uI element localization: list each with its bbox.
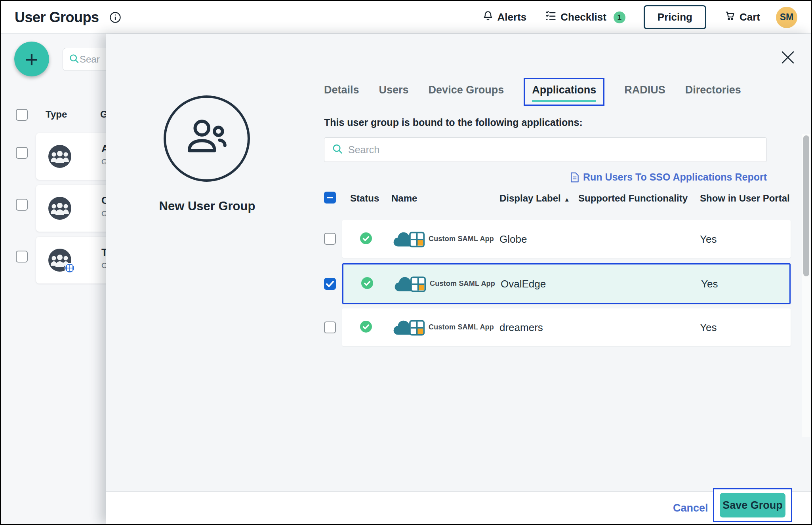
cancel-button[interactable]: Cancel	[673, 502, 708, 514]
display-label-cell: OvalEdge	[501, 278, 546, 290]
info-icon[interactable]	[109, 11, 121, 23]
app-name: Custom SAML App	[429, 323, 494, 331]
pricing-button[interactable]: Pricing	[644, 5, 706, 29]
tab-radius[interactable]: RADIUS	[624, 84, 665, 96]
show-in-portal-cell: Yes	[700, 233, 717, 245]
app-name: Custom SAML App	[429, 235, 494, 243]
custom-saml-app-logo: Custom SAML App	[393, 317, 494, 338]
alerts-button[interactable]: Alerts	[482, 10, 527, 24]
new-user-group-modal: New User Group Details Users Device Grou…	[106, 34, 811, 524]
screen: User Groups Alerts Checkl	[0, 0, 812, 525]
user-group-avatar	[48, 196, 72, 220]
close-icon[interactable]	[780, 49, 796, 65]
save-group-button[interactable]: Save Group	[720, 493, 785, 517]
tab-details[interactable]: Details	[324, 84, 359, 96]
scrollbar-thumb[interactable]	[803, 135, 809, 276]
applications-search-input[interactable]	[348, 144, 759, 156]
show-in-portal-cell: Yes	[700, 321, 717, 333]
column-header-display-label[interactable]: Display Label▲	[499, 193, 570, 204]
cart-label: Cart	[740, 11, 760, 23]
group-row-checkbox[interactable]	[16, 147, 28, 159]
app-table-row[interactable]: Custom SAML App dreamers Yes	[342, 308, 791, 346]
windows-badge-icon	[65, 263, 75, 273]
app-name: Custom SAML App	[430, 280, 495, 288]
cart-icon	[724, 10, 736, 24]
search-icon	[332, 143, 343, 156]
save-group-focus-ring: Save Group	[713, 488, 792, 522]
checklist-label: Checklist	[560, 11, 606, 23]
group-row-checkbox[interactable]	[16, 199, 28, 211]
app-table-row-selected[interactable]: Custom SAML App OvalEdge Yes	[342, 263, 791, 304]
checklist-button[interactable]: Checklist 1	[545, 10, 625, 25]
tab-device-groups[interactable]: Device Groups	[429, 84, 504, 96]
modal-footer: Cancel	[106, 491, 811, 524]
modal-tabs: Details Users Device Groups Applications…	[324, 78, 741, 106]
display-label-cell: dreamers	[499, 321, 543, 333]
user-group-avatar	[48, 145, 72, 168]
bell-icon	[482, 10, 494, 24]
bound-applications-text: This user group is bound to the followin…	[324, 117, 583, 128]
show-in-portal-cell: Yes	[701, 278, 718, 290]
column-header-status[interactable]: Status	[350, 193, 379, 204]
user-avatar[interactable]: SM	[776, 7, 797, 28]
run-report-link[interactable]: Run Users To SSO Applications Report	[324, 171, 767, 183]
status-active-icon	[360, 232, 372, 246]
tab-applications-label: Applications	[532, 84, 596, 102]
type-column-header: Type	[46, 109, 67, 120]
top-header: User Groups Alerts Checkl	[1, 1, 811, 34]
cart-button[interactable]: Cart	[724, 10, 760, 24]
document-icon	[570, 172, 579, 183]
tab-directories[interactable]: Directories	[685, 84, 741, 96]
display-label-cell: Globe	[499, 233, 527, 245]
custom-saml-app-logo: Custom SAML App	[394, 274, 495, 294]
column-header-name[interactable]: Name	[391, 193, 417, 204]
app-table-row[interactable]: Custom SAML App Globe Yes	[342, 220, 791, 258]
select-all-groups-checkbox[interactable]	[16, 109, 28, 121]
select-all-apps-checkbox[interactable]	[324, 192, 336, 204]
page-title: User Groups	[15, 9, 99, 26]
app-row-checkbox-checked[interactable]	[324, 278, 336, 290]
custom-saml-app-logo: Custom SAML App	[393, 229, 494, 249]
applications-search[interactable]	[324, 137, 767, 162]
sort-asc-icon: ▲	[564, 196, 570, 203]
app-row-checkbox[interactable]	[324, 321, 336, 333]
display-label-text: Display Label	[499, 193, 561, 204]
alerts-label: Alerts	[497, 11, 527, 23]
run-report-label: Run Users To SSO Applications Report	[583, 171, 767, 183]
tab-users[interactable]: Users	[379, 84, 409, 96]
checklist-icon	[545, 10, 557, 25]
scrollbar-track	[802, 134, 810, 437]
status-active-icon	[360, 320, 372, 335]
tab-applications[interactable]: Applications	[524, 78, 604, 106]
status-active-icon	[361, 277, 374, 291]
column-header-show-in-user-portal[interactable]: Show in User Portal	[700, 193, 790, 204]
column-header-supported-functionality[interactable]: Supported Functionality	[578, 193, 688, 204]
modal-title: New User Group	[112, 199, 302, 213]
add-group-button[interactable]: +	[14, 42, 49, 76]
checklist-badge: 1	[614, 11, 625, 23]
search-icon	[69, 53, 80, 66]
user-group-icon	[164, 95, 250, 182]
group-row-checkbox[interactable]	[16, 251, 28, 262]
app-row-checkbox[interactable]	[324, 233, 336, 245]
